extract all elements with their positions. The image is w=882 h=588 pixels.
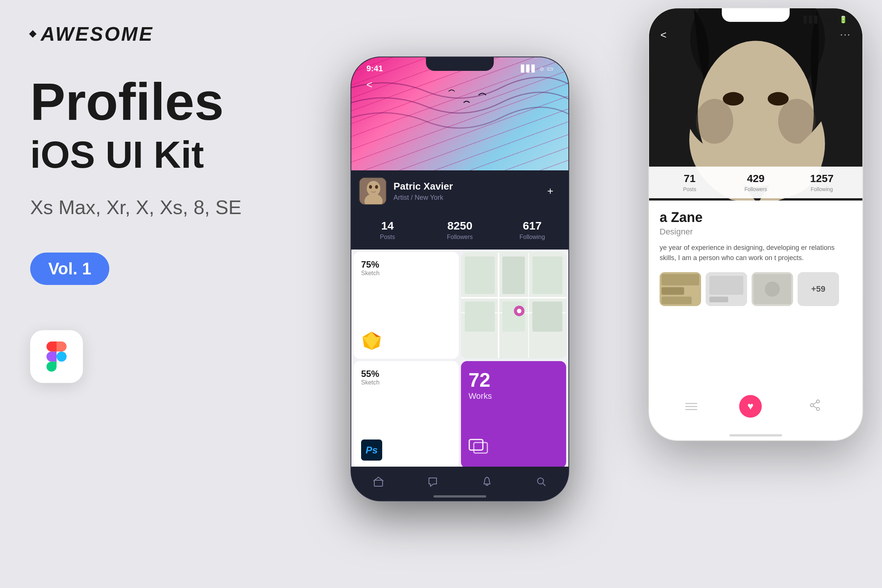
brand-logo: AWESOME: [30, 23, 249, 45]
white-profile-name: a Zane: [660, 210, 852, 225]
thumb1-svg: [660, 272, 701, 306]
svg-rect-37: [465, 256, 495, 294]
white-following-number: 1257: [789, 173, 855, 185]
menu-icon[interactable]: [685, 403, 697, 410]
svg-point-19: [816, 407, 819, 410]
svg-point-18: [810, 404, 813, 407]
svg-point-48: [537, 478, 544, 484]
nav-home-button[interactable]: [371, 474, 386, 489]
white-back-button[interactable]: <: [660, 29, 666, 41]
dark-posts-number: 14: [351, 219, 424, 232]
white-profile-bio: ye year of experience in designing, deve…: [660, 243, 852, 263]
share-button[interactable]: [804, 395, 826, 418]
avatar-face-svg: [360, 178, 387, 205]
white-stat-posts: 71 Posts: [657, 173, 723, 192]
map-svg: [461, 252, 566, 359]
left-panel: AWESOME Profiles iOS UI Kit Xs Max, Xr, …: [30, 23, 249, 383]
dark-wifi-icon: ⌾: [540, 65, 544, 73]
svg-point-3: [696, 99, 733, 144]
dark-stat-posts: 14 Posts: [351, 219, 424, 240]
thumb3-svg: [752, 272, 793, 306]
svg-point-16: [765, 282, 780, 297]
dark-home-indicator: [433, 495, 486, 498]
dark-notch: [426, 57, 494, 71]
thumb2-svg: [706, 272, 747, 306]
dark-grid-content: 75% Sketch: [351, 250, 568, 470]
dark-profile-name: Patric Xavier: [394, 181, 544, 192]
white-following-label: Following: [789, 186, 855, 192]
svg-rect-45: [469, 439, 483, 450]
phone-white: 9:41 ▋▋▋ WiFi 🔋: [648, 8, 863, 441]
add-profile-button[interactable]: +: [544, 184, 557, 198]
like-button[interactable]: ♥: [739, 395, 762, 418]
svg-line-49: [543, 483, 545, 486]
wifi-icon: WiFi: [822, 16, 836, 24]
white-posts-label: Posts: [657, 186, 723, 192]
more-count: +59: [811, 284, 825, 294]
tile-photoshop[interactable]: 55% Sketch Ps: [354, 361, 459, 468]
map-background: [461, 252, 566, 359]
svg-rect-47: [374, 480, 383, 486]
works-label: Works: [469, 391, 559, 401]
nav-chat-button[interactable]: [425, 474, 440, 489]
dark-posts-label: Posts: [351, 234, 424, 240]
svg-line-21: [813, 406, 817, 408]
dark-back-button[interactable]: [363, 78, 376, 92]
portfolio-thumbnails: +59: [660, 272, 852, 306]
svg-rect-13: [709, 297, 728, 302]
svg-rect-10: [662, 297, 692, 304]
brand-name: AWESOME: [41, 23, 154, 45]
figma-logo-badge: [30, 330, 83, 383]
tile-sketch-percent: 75%: [361, 259, 451, 270]
tile-sketch-label: Sketch: [361, 270, 451, 277]
svg-point-17: [816, 400, 819, 403]
svg-point-5: [723, 92, 744, 106]
svg-point-44: [517, 309, 521, 313]
white-stat-following: 1257 Following: [789, 173, 855, 192]
dark-status-icons: ▋▋▋ ⌾ ▭: [521, 64, 553, 73]
device-sizes-text: Xs Max, Xr, X, Xs, 8, SE: [30, 196, 249, 219]
white-bottom-actions: ♥: [649, 395, 862, 418]
dark-battery-icon: ▭: [547, 64, 553, 73]
svg-rect-8: [662, 274, 699, 285]
white-status-icons: ▋▋▋ WiFi 🔋: [804, 15, 847, 24]
tile-ps-label: Sketch: [361, 379, 451, 386]
white-notch: [722, 8, 790, 22]
svg-rect-41: [502, 302, 525, 332]
dark-followers-number: 8250: [424, 219, 496, 232]
white-more-button[interactable]: ···: [840, 29, 851, 40]
tile-map[interactable]: [461, 252, 566, 359]
sketch-icon: [361, 330, 451, 351]
svg-point-6: [768, 92, 789, 106]
dark-hero-image: [351, 57, 568, 185]
portfolio-more-thumb: +59: [798, 272, 839, 306]
dark-profile-role: Artist / New York: [394, 194, 544, 202]
battery-icon: 🔋: [839, 15, 847, 24]
tile-works[interactable]: 72 Works: [461, 361, 566, 468]
svg-point-26: [375, 185, 378, 189]
dark-profile-info: Patric Xavier Artist / New York: [394, 181, 544, 202]
dark-phone-content: Patric Xavier Artist / New York + 14 Pos…: [351, 57, 568, 501]
dark-bottom-nav: [351, 467, 568, 501]
dark-signal-icon: ▋▋▋: [521, 64, 537, 73]
nav-bell-button[interactable]: [479, 474, 495, 489]
dark-following-number: 617: [496, 219, 568, 232]
tile-ps-percent: 55%: [361, 369, 451, 379]
svg-rect-38: [502, 256, 525, 294]
brand-diamond-icon: [29, 30, 37, 38]
svg-rect-39: [465, 302, 495, 332]
figma-icon: [41, 341, 72, 372]
signal-icon: ▋▋▋: [804, 15, 819, 24]
works-icon: [469, 436, 559, 461]
svg-line-20: [813, 402, 817, 404]
nav-search-button[interactable]: [534, 474, 549, 489]
white-status-time: 9:41: [664, 15, 681, 24]
svg-rect-9: [662, 287, 684, 295]
white-profile-card: a Zane Designer ye year of experience in…: [649, 201, 862, 410]
svg-rect-12: [709, 276, 743, 295]
svg-rect-42: [532, 302, 562, 332]
tile-sketch[interactable]: 75% Sketch: [354, 252, 459, 359]
white-stat-followers: 429 Followers: [723, 173, 789, 192]
heart-icon: ♥: [747, 400, 754, 412]
portfolio-thumb-2: [706, 272, 747, 306]
